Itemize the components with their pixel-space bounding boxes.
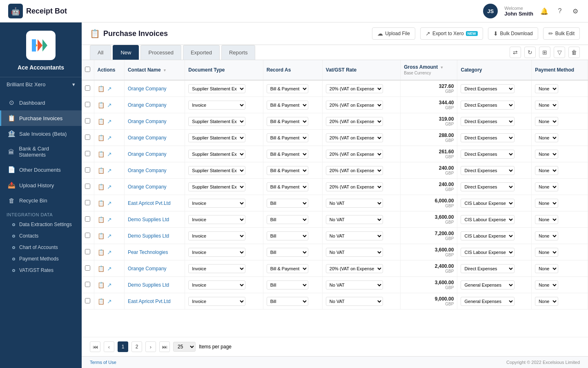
view-document-icon[interactable]: 📋 <box>98 298 105 305</box>
row-checkbox[interactable] <box>85 184 90 189</box>
upload-file-button[interactable]: ☁ Upload File <box>372 27 415 40</box>
bulk-download-button[interactable]: ⬇ Bulk Download <box>488 27 538 40</box>
record-as-select[interactable]: Bill Bill Bill & Payment <box>267 231 308 240</box>
vat-rate-select[interactable]: 20% (VAT on Expense No VAT 20% (VAT on E… <box>326 150 383 159</box>
vat-rate-select[interactable]: No VAT No VAT 20% (VAT on Expense <box>326 199 383 208</box>
contact-name-link[interactable]: Pear Technologies <box>128 249 168 255</box>
vat-rate-select[interactable]: No VAT No VAT 20% (VAT on Expense <box>326 231 383 240</box>
payment-method-select[interactable]: None <box>535 101 558 110</box>
sidebar-item-chart-of-accounts[interactable]: Chart of Accounts <box>0 242 82 253</box>
category-select[interactable]: Direct Expenses Direct Expenses CIS Labo… <box>461 117 514 126</box>
doc-type-select[interactable]: Supplier Statement Ex Invoice Supplier S… <box>188 84 245 93</box>
sidebar-item-data-extraction[interactable]: Data Extraction Settings <box>0 219 82 230</box>
doc-type-select[interactable]: Invoice Invoice Supplier Statement Ex <box>188 264 245 273</box>
contact-name-link[interactable]: Orange Company <box>128 135 167 141</box>
bulk-edit-button[interactable]: ✏ Bulk Edit <box>543 27 580 40</box>
category-select[interactable]: Direct Expenses Direct Expenses CIS Labo… <box>461 264 514 273</box>
payment-method-select[interactable]: None <box>535 264 558 273</box>
category-select[interactable]: General Expenses Direct Expenses CIS Lab… <box>461 297 514 306</box>
export-row-icon[interactable]: ↗ <box>107 135 112 141</box>
category-select[interactable]: Direct Expenses Direct Expenses CIS Labo… <box>461 166 514 175</box>
doc-type-select[interactable]: Invoice Invoice Supplier Statement Ex <box>188 215 245 224</box>
contact-name-link[interactable]: Orange Company <box>128 151 167 157</box>
export-row-icon[interactable]: ↗ <box>107 200 112 206</box>
view-document-icon[interactable]: 📋 <box>98 216 105 223</box>
doc-type-select[interactable]: Supplier Statement Ex Invoice Supplier S… <box>188 166 245 175</box>
payment-method-select[interactable]: None <box>535 182 558 191</box>
export-row-icon[interactable]: ↗ <box>107 298 112 305</box>
vat-rate-select[interactable]: 20% (VAT on Expense No VAT 20% (VAT on E… <box>326 84 383 93</box>
view-document-icon[interactable]: 📋 <box>98 102 105 108</box>
category-select[interactable]: Direct Expenses Direct Expenses CIS Labo… <box>461 182 514 191</box>
record-as-select[interactable]: Bill Bill Bill & Payment <box>267 215 308 224</box>
sidebar-item-dashboard[interactable]: ⊙ Dashboard <box>0 95 82 110</box>
doc-type-select[interactable]: Supplier Statement Ex Invoice Supplier S… <box>188 182 245 191</box>
payment-method-select[interactable]: None <box>535 297 558 306</box>
settings-icon[interactable]: ⚙ <box>571 7 580 16</box>
payment-method-select[interactable]: None <box>535 133 558 142</box>
vat-rate-select[interactable]: 20% (VAT on Expense No VAT 20% (VAT on E… <box>326 101 383 110</box>
vat-rate-select[interactable]: 20% (VAT on Expense No VAT 20% (VAT on E… <box>326 166 383 175</box>
row-checkbox[interactable] <box>85 135 90 140</box>
record-as-select[interactable]: Bill & Payment Bill Bill & Payment <box>267 150 308 159</box>
payment-method-select[interactable]: None <box>535 199 558 208</box>
doc-type-select[interactable]: Invoice Invoice Supplier Statement Ex <box>188 231 245 240</box>
record-as-select[interactable]: Bill Bill Bill & Payment <box>267 248 308 257</box>
contact-name-link[interactable]: Orange Company <box>128 168 167 173</box>
tab-processed[interactable]: Processed <box>140 45 181 60</box>
export-row-icon[interactable]: ↗ <box>107 184 112 190</box>
sidebar-item-vat-gst[interactable]: VAT/GST Rates <box>0 265 82 276</box>
filter-icon-btn[interactable]: ▽ <box>554 47 565 58</box>
contact-name-link[interactable]: Orange Company <box>128 184 167 190</box>
record-as-select[interactable]: Bill & Payment Bill Bill & Payment <box>267 264 308 273</box>
view-document-icon[interactable]: 📋 <box>98 282 105 288</box>
category-select[interactable]: Direct Expenses Direct Expenses CIS Labo… <box>461 133 514 142</box>
doc-type-select[interactable]: Supplier Statement Ex Invoice Supplier S… <box>188 133 245 142</box>
payment-method-select[interactable]: None <box>535 215 558 224</box>
sidebar-item-bank-card[interactable]: 🏛 Bank & Card Statements <box>0 141 82 162</box>
category-select[interactable]: Direct Expenses Direct Expenses CIS Labo… <box>461 150 514 159</box>
columns-icon-btn[interactable]: ⊞ <box>539 47 550 58</box>
payment-method-select[interactable]: None <box>535 150 558 159</box>
row-checkbox[interactable] <box>85 85 90 91</box>
delete-icon-btn[interactable]: 🗑 <box>568 47 580 58</box>
contact-name-link[interactable]: Orange Company <box>128 86 167 92</box>
sidebar-item-other-documents[interactable]: 📄 Other Documents <box>0 162 82 177</box>
vat-rate-select[interactable]: No VAT No VAT 20% (VAT on Expense <box>326 280 383 289</box>
export-to-xero-button[interactable]: ↗ Export to Xero NEW <box>420 27 483 40</box>
help-icon[interactable]: ? <box>555 7 564 16</box>
export-row-icon[interactable]: ↗ <box>107 282 112 288</box>
category-select[interactable]: CIS Labour Expense Direct Expenses CIS L… <box>461 231 514 240</box>
view-document-icon[interactable]: 📋 <box>98 233 105 239</box>
doc-type-select[interactable]: Invoice Invoice Supplier Statement Ex <box>188 199 245 208</box>
view-document-icon[interactable]: 📋 <box>98 265 105 272</box>
sidebar-item-contacts[interactable]: Contacts <box>0 230 82 242</box>
contact-name-link[interactable]: Orange Company <box>128 119 167 124</box>
contact-name-link[interactable]: Demo Supplies Ltd <box>128 233 169 239</box>
vat-rate-select[interactable]: 20% (VAT on Expense No VAT 20% (VAT on E… <box>326 182 383 191</box>
contact-name-link[interactable]: Demo Supplies Ltd <box>128 282 169 288</box>
prev-page-button[interactable]: ‹ <box>104 341 114 352</box>
record-as-select[interactable]: Bill & Payment Bill Bill & Payment <box>267 166 308 175</box>
record-as-select[interactable]: Bill Bill Bill & Payment <box>267 297 308 306</box>
items-per-page-select[interactable]: 25 50 100 <box>173 342 196 352</box>
view-document-icon[interactable]: 📋 <box>98 200 105 206</box>
payment-method-select[interactable]: None <box>535 84 558 93</box>
row-checkbox[interactable] <box>85 298 90 303</box>
row-checkbox[interactable] <box>85 118 90 123</box>
sync-icon-btn[interactable]: ↻ <box>524 47 536 58</box>
row-checkbox[interactable] <box>85 265 90 271</box>
tab-exported[interactable]: Exported <box>183 45 220 60</box>
export-row-icon[interactable]: ↗ <box>107 118 112 125</box>
page-2-button[interactable]: 2 <box>131 341 142 352</box>
contact-name-link[interactable]: Demo Supplies Ltd <box>128 217 169 222</box>
row-checkbox[interactable] <box>85 200 90 205</box>
contact-name-link[interactable]: Orange Company <box>128 266 167 272</box>
terms-of-use-link[interactable]: Terms of Use <box>90 360 116 365</box>
refresh-icon-btn[interactable]: ⇄ <box>510 47 521 58</box>
next-page-button[interactable]: › <box>145 341 156 352</box>
row-checkbox[interactable] <box>85 216 90 222</box>
sidebar-item-payment-methods[interactable]: Payment Methods <box>0 253 82 265</box>
payment-method-select[interactable]: None <box>535 117 558 126</box>
contact-name-link[interactable]: Orange Company <box>128 102 167 108</box>
